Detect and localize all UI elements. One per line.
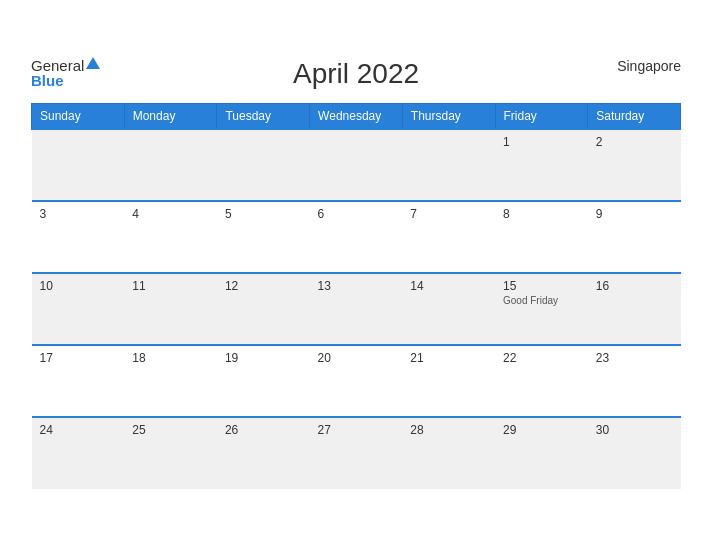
logo-general-text: General [31,58,84,73]
calendar-cell: 13 [310,273,403,345]
calendar-cell: 21 [402,345,495,417]
day-number: 23 [596,351,673,365]
day-number: 20 [318,351,395,365]
calendar-cell: 17 [32,345,125,417]
calendar-cell: 4 [124,201,217,273]
logo-blue-text: Blue [31,72,64,89]
logo-triangle-icon [86,57,100,69]
weekday-header-saturday: Saturday [588,103,681,129]
day-number: 24 [40,423,117,437]
week-row-5: 24252627282930 [32,417,681,489]
weekday-header-sunday: Sunday [32,103,125,129]
event-label: Good Friday [503,295,580,306]
calendar-tbody: 123456789101112131415Good Friday16171819… [32,129,681,489]
day-number: 25 [132,423,209,437]
calendar-cell: 23 [588,345,681,417]
calendar-cell: 2 [588,129,681,201]
calendar-cell [402,129,495,201]
weekday-header-thursday: Thursday [402,103,495,129]
week-row-4: 17181920212223 [32,345,681,417]
calendar-cell: 24 [32,417,125,489]
weekday-header-tuesday: Tuesday [217,103,310,129]
calendar-cell: 6 [310,201,403,273]
calendar-cell: 8 [495,201,588,273]
day-number: 6 [318,207,395,221]
day-number: 9 [596,207,673,221]
calendar-cell: 30 [588,417,681,489]
day-number: 8 [503,207,580,221]
calendar-cell [32,129,125,201]
day-number: 22 [503,351,580,365]
calendar-cell: 29 [495,417,588,489]
calendar-cell: 28 [402,417,495,489]
calendar-cell: 12 [217,273,310,345]
calendar-cell: 5 [217,201,310,273]
day-number: 5 [225,207,302,221]
calendar-cell: 10 [32,273,125,345]
calendar-cell: 14 [402,273,495,345]
calendar-cell: 20 [310,345,403,417]
calendar-cell: 7 [402,201,495,273]
week-row-1: 12 [32,129,681,201]
calendar-cell: 15Good Friday [495,273,588,345]
day-number: 15 [503,279,580,293]
day-number: 11 [132,279,209,293]
day-number: 2 [596,135,673,149]
calendar-header: General Blue April 2022 Singapore [31,58,681,89]
weekday-header-wednesday: Wednesday [310,103,403,129]
day-number: 26 [225,423,302,437]
day-number: 30 [596,423,673,437]
calendar-cell: 22 [495,345,588,417]
calendar-cell [310,129,403,201]
calendar-cell: 27 [310,417,403,489]
day-number: 17 [40,351,117,365]
day-number: 14 [410,279,487,293]
day-number: 19 [225,351,302,365]
calendar-cell: 3 [32,201,125,273]
day-number: 7 [410,207,487,221]
calendar-region: Singapore [617,58,681,74]
weekday-header-friday: Friday [495,103,588,129]
week-row-3: 101112131415Good Friday16 [32,273,681,345]
week-row-2: 3456789 [32,201,681,273]
day-number: 21 [410,351,487,365]
calendar-cell: 25 [124,417,217,489]
weekday-header-monday: Monday [124,103,217,129]
calendar-thead: SundayMondayTuesdayWednesdayThursdayFrid… [32,103,681,129]
calendar-cell: 1 [495,129,588,201]
day-number: 27 [318,423,395,437]
calendar-cell: 26 [217,417,310,489]
calendar-grid: SundayMondayTuesdayWednesdayThursdayFrid… [31,103,681,489]
day-number: 10 [40,279,117,293]
calendar-cell [217,129,310,201]
calendar-title: April 2022 [293,58,419,90]
day-number: 13 [318,279,395,293]
day-number: 16 [596,279,673,293]
day-number: 3 [40,207,117,221]
calendar-cell: 9 [588,201,681,273]
day-number: 18 [132,351,209,365]
day-number: 4 [132,207,209,221]
calendar-cell: 16 [588,273,681,345]
calendar-cell [124,129,217,201]
weekday-header-row: SundayMondayTuesdayWednesdayThursdayFrid… [32,103,681,129]
calendar-wrapper: General Blue April 2022 Singapore Sunday… [11,42,701,509]
calendar-cell: 19 [217,345,310,417]
day-number: 1 [503,135,580,149]
logo: General Blue [31,58,100,89]
calendar-cell: 18 [124,345,217,417]
day-number: 12 [225,279,302,293]
day-number: 29 [503,423,580,437]
calendar-cell: 11 [124,273,217,345]
day-number: 28 [410,423,487,437]
